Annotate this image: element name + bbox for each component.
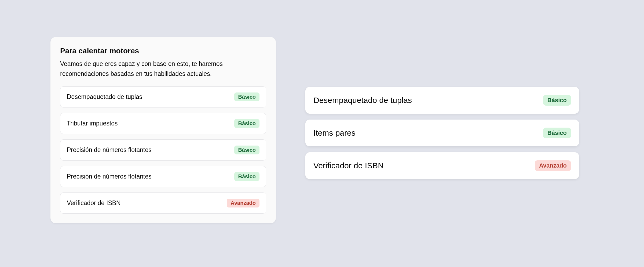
exercise-card-large[interactable]: Desempaquetado de tuplas Básico xyxy=(305,87,579,114)
exercise-title: Precisión de números flotantes xyxy=(67,173,152,180)
level-badge: Básico xyxy=(234,172,259,181)
exercise-card[interactable]: Verificador de ISBN Avanzado xyxy=(60,192,266,214)
level-badge: Básico xyxy=(543,95,571,106)
level-badge: Avanzado xyxy=(227,199,259,207)
level-badge: Básico xyxy=(234,146,259,154)
exercise-card[interactable]: Desempaquetado de tuplas Básico xyxy=(60,86,266,107)
exercise-card[interactable]: Tributar impuestos Básico xyxy=(60,113,266,134)
panel-title: Para calentar motores xyxy=(60,47,266,55)
exercise-title: Verificador de ISBN xyxy=(313,161,384,170)
panel-item-list: Desempaquetado de tuplas Básico Tributar… xyxy=(60,86,266,214)
level-badge: Básico xyxy=(234,92,259,101)
exercise-title: Desempaquetado de tuplas xyxy=(67,93,142,101)
level-badge: Avanzado xyxy=(535,160,571,171)
exercise-card[interactable]: Precisión de números flotantes Básico xyxy=(60,139,266,161)
exercise-title: Verificador de ISBN xyxy=(67,199,121,207)
level-badge: Básico xyxy=(234,119,259,128)
right-item-list: Desempaquetado de tuplas Básico Items pa… xyxy=(305,87,579,179)
exercise-card-large[interactable]: Items pares Básico xyxy=(305,120,579,146)
exercise-title: Desempaquetado de tuplas xyxy=(313,96,412,105)
exercise-title: Items pares xyxy=(313,128,356,138)
exercise-card-large[interactable]: Verificador de ISBN Avanzado xyxy=(305,152,579,179)
exercise-title: Precisión de números flotantes xyxy=(67,146,152,154)
exercise-title: Tributar impuestos xyxy=(67,120,118,127)
warmup-panel: Para calentar motores Veamos de que eres… xyxy=(50,37,276,223)
level-badge: Básico xyxy=(543,128,571,138)
exercise-card[interactable]: Precisión de números flotantes Básico xyxy=(60,166,266,187)
panel-description: Veamos de que eres capaz y con base en e… xyxy=(60,59,232,79)
